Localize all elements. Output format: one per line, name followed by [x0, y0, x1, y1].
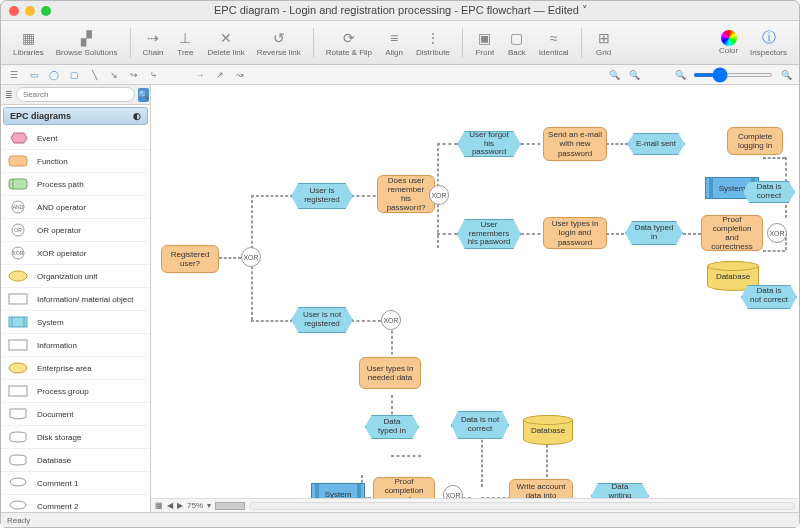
- node-data-typed-2[interactable]: Data typed in: [365, 415, 419, 439]
- solutions-icon: ▞: [77, 28, 97, 48]
- shape-item-label: OR operator: [37, 226, 81, 235]
- search-icon[interactable]: 🔍: [138, 88, 149, 102]
- color-icon: [721, 30, 737, 46]
- node-remembers-password[interactable]: User remembers his pasword: [457, 219, 521, 249]
- zoom-out-icon[interactable]: 🔍: [607, 68, 621, 82]
- connector2-icon[interactable]: ↪: [127, 68, 141, 82]
- rotate-flip-button[interactable]: ⟳Rotate & Flip: [322, 28, 376, 57]
- shape-item-pg[interactable]: Process group: [1, 380, 150, 403]
- shape-item-c2[interactable]: Comment 2: [1, 495, 150, 512]
- h-scrollbar[interactable]: [249, 502, 795, 510]
- shape-item-info[interactable]: Information/ material object: [1, 288, 150, 311]
- connector3-icon[interactable]: ⤷: [147, 68, 161, 82]
- connector1-icon[interactable]: ↘: [107, 68, 121, 82]
- xor-gate-3[interactable]: XOR: [767, 223, 787, 243]
- line-tool-icon[interactable]: ╲: [87, 68, 101, 82]
- node-data-not-correct-1[interactable]: Data is not correct: [741, 285, 797, 309]
- node-forgot-password[interactable]: User forgot his password: [457, 131, 521, 157]
- panel-toggle-icon[interactable]: ☰: [7, 68, 21, 82]
- xor-gate-2[interactable]: XOR: [429, 185, 449, 205]
- distribute-button[interactable]: ⋮Distribute: [412, 28, 454, 57]
- node-database-2[interactable]: Database: [523, 415, 573, 445]
- ellipse-tool-icon[interactable]: ◯: [47, 68, 61, 82]
- align-button[interactable]: ≡Align: [380, 28, 408, 57]
- shape-item-doc[interactable]: Document: [1, 403, 150, 426]
- shape-item-ent[interactable]: Enterprise area: [1, 357, 150, 380]
- shape-item-label: Process path: [37, 180, 84, 189]
- shape-item-xor[interactable]: XORXOR operator: [1, 242, 150, 265]
- zoom-icon[interactable]: [41, 6, 51, 16]
- reverse-link-button[interactable]: ↺Reverse link: [253, 28, 305, 57]
- c2-icon: [5, 498, 31, 512]
- node-types-data[interactable]: User types in needed data: [359, 357, 421, 389]
- shape-item-disk[interactable]: Disk storage: [1, 426, 150, 449]
- node-data-typed-1[interactable]: Data typed in: [625, 221, 683, 245]
- identical-button[interactable]: ≈Identical: [535, 28, 573, 57]
- page-thumb[interactable]: [215, 502, 245, 510]
- node-email-sent[interactable]: E-mail sent: [627, 133, 685, 155]
- arrow3-icon[interactable]: ↝: [233, 68, 247, 82]
- titlebar: EPC diagram - Login and registration pro…: [1, 1, 799, 21]
- shape-item-c1[interactable]: Comment 1: [1, 472, 150, 495]
- node-user-is-registered[interactable]: User is registered: [291, 183, 353, 209]
- next-page-icon[interactable]: ▶: [177, 501, 183, 510]
- shape-item-org[interactable]: Organization unit: [1, 265, 150, 288]
- sys-icon: [5, 314, 31, 330]
- delete-link-button[interactable]: ✕Delete link: [203, 28, 248, 57]
- rrect-tool-icon[interactable]: ▢: [67, 68, 81, 82]
- back-button[interactable]: ▢Back: [503, 28, 531, 57]
- node-data-not-correct-2[interactable]: Data is not correct: [451, 411, 509, 439]
- browse-button[interactable]: ▞Browse Solutions: [52, 28, 122, 57]
- category-header[interactable]: EPC diagrams ◐: [3, 107, 148, 125]
- org-icon: [5, 268, 31, 284]
- node-proof-1[interactable]: Proof completion and correctness: [701, 215, 763, 251]
- svg-point-21: [10, 501, 26, 509]
- pg-icon: [5, 383, 31, 399]
- xor-gate-4[interactable]: XOR: [381, 310, 401, 330]
- tree-button[interactable]: ⊥Tree: [171, 28, 199, 57]
- grid-button[interactable]: ⊞Grid: [590, 28, 618, 57]
- and-icon: AND: [5, 199, 31, 215]
- rect-tool-icon[interactable]: ▭: [27, 68, 41, 82]
- color-button[interactable]: Color: [715, 30, 742, 55]
- close-icon[interactable]: [9, 6, 19, 16]
- arrow2-icon[interactable]: ↗: [213, 68, 227, 82]
- shape-item-db[interactable]: Database: [1, 449, 150, 472]
- node-send-email[interactable]: Send an e-mail with new password: [543, 127, 607, 161]
- node-user-not-registered[interactable]: User is not registered: [291, 307, 353, 333]
- zoom-slider[interactable]: [693, 73, 773, 77]
- xor-gate-1[interactable]: XOR: [241, 247, 261, 267]
- shape-item-and[interactable]: ANDAND operator: [1, 196, 150, 219]
- front-button[interactable]: ▣Front: [471, 28, 499, 57]
- zoom-dropdown-icon[interactable]: ▾: [207, 501, 211, 510]
- list-icon[interactable]: ≣: [5, 88, 13, 102]
- libraries-button[interactable]: ▦Libraries: [9, 28, 48, 57]
- shape-item-ppath[interactable]: Process path: [1, 173, 150, 196]
- shape-item-info2[interactable]: Information: [1, 334, 150, 357]
- zoom-in-icon[interactable]: 🔍: [627, 68, 641, 82]
- arrow1-icon[interactable]: →: [193, 68, 207, 82]
- identical-icon: ≈: [544, 28, 564, 48]
- prev-page-icon[interactable]: ◀: [167, 501, 173, 510]
- shape-item-label: Function: [37, 157, 68, 166]
- content-area: ≣ 🔍 EPC diagrams ◐ EventFunctionProcess …: [1, 85, 799, 512]
- node-types-login[interactable]: User types in login and password: [543, 217, 607, 249]
- shape-item-or[interactable]: OROR operator: [1, 219, 150, 242]
- node-remember-password[interactable]: Does user remember his password?: [377, 175, 435, 213]
- page-tabs-icon[interactable]: ▦: [155, 501, 163, 510]
- shape-item-event[interactable]: Event: [1, 127, 150, 150]
- canvas[interactable]: Registered user? XOR User is registered …: [151, 85, 799, 512]
- tree-icon: ⊥: [175, 28, 195, 48]
- search-input[interactable]: [16, 87, 135, 102]
- node-complete-login[interactable]: Complete logging in: [727, 127, 783, 155]
- inspectors-button[interactable]: ⓘInspectors: [746, 28, 791, 57]
- minimize-icon[interactable]: [25, 6, 35, 16]
- shape-item-label: Disk storage: [37, 433, 81, 442]
- shape-item-label: Document: [37, 410, 73, 419]
- node-data-correct[interactable]: Data is correct: [743, 181, 795, 203]
- chain-button[interactable]: ⇢Chain: [139, 28, 168, 57]
- shape-item-func[interactable]: Function: [1, 150, 150, 173]
- event-icon: [5, 130, 31, 146]
- node-registered-user[interactable]: Registered user?: [161, 245, 219, 273]
- shape-item-sys[interactable]: System: [1, 311, 150, 334]
